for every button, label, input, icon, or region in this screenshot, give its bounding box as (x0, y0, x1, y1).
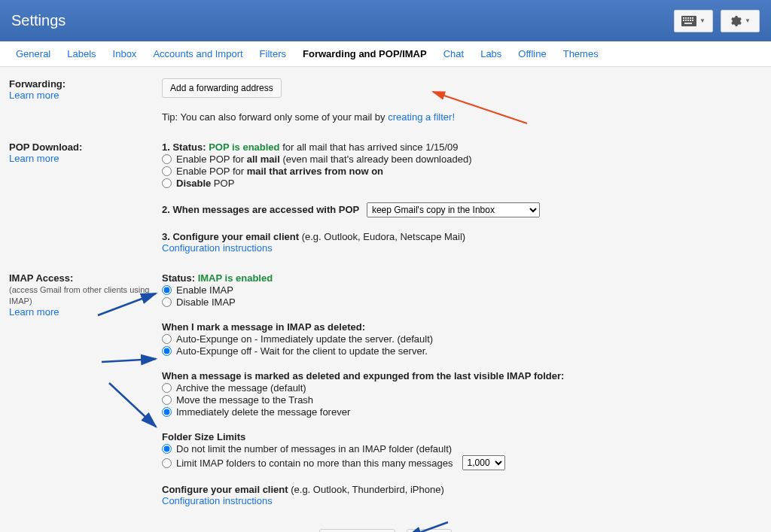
imap-radio-disable[interactable] (162, 297, 172, 307)
folder-limit-select[interactable]: 1,000 (462, 455, 505, 470)
pop-radio-nowon[interactable] (162, 166, 172, 176)
pop-radio-allmail[interactable] (162, 154, 172, 164)
pop-option-disable: Disable POP (162, 178, 762, 189)
header-controls: ▼ ▼ (674, 10, 760, 32)
pop-status-prefix: 1. Status: (162, 141, 209, 153)
gear-icon (730, 15, 742, 27)
pop-section: POP Download: Learn more 1. Status: POP … (9, 141, 762, 254)
folder-radio-nolimit[interactable] (162, 444, 172, 454)
tab-themes[interactable]: Themes (555, 42, 607, 65)
settings-tabs: General Labels Inbox Accounts and Import… (0, 41, 771, 67)
chevron-down-icon: ▼ (745, 17, 751, 24)
expaction-radio-archive[interactable] (162, 383, 172, 393)
pop-option-nowon: Enable POP for mail that arrives from no… (162, 166, 762, 177)
imap-label: IMAP Access: (access Gmail from other cl… (9, 272, 162, 318)
imap-status-value: IMAP is enabled (198, 272, 273, 284)
forwarding-learn-more[interactable]: Learn more (9, 90, 59, 101)
imap-config-link[interactable]: Configuration instructions (162, 495, 273, 506)
tab-labels[interactable]: Labels (59, 42, 104, 65)
pop-label-disable[interactable]: Disable POP (176, 178, 234, 189)
pop-status-line: 1. Status: POP is enabled for all mail t… (162, 141, 762, 153)
input-method-button[interactable]: ▼ (674, 10, 713, 32)
expunge-radio-off[interactable] (162, 346, 172, 356)
pop-label: POP Download: Learn more (9, 141, 162, 164)
imap-heading: IMAP Access: (9, 272, 73, 284)
pop-radio-disable[interactable] (162, 178, 172, 188)
pop-access-block: 2. When messages are accessed with POP k… (162, 202, 762, 217)
pop-access-title: 2. When messages are accessed with POP (162, 204, 359, 215)
svg-rect-5 (692, 17, 693, 19)
pop-status-value: POP is enabled (209, 141, 279, 153)
pop-option-allmail: Enable POP for all mail (even mail that'… (162, 154, 762, 165)
pop-status-suffix: for all mail that has arrived since 1/15… (280, 141, 459, 153)
tab-forwarding[interactable]: Forwarding and POP/IMAP (294, 42, 435, 65)
pop-access-select[interactable]: keep Gmail's copy in the Inbox (367, 202, 540, 217)
folder-radio-limit[interactable] (162, 458, 172, 468)
pop-label-allmail[interactable]: Enable POP for all mail (even mail that'… (176, 154, 472, 165)
tab-accounts[interactable]: Accounts and Import (145, 42, 251, 65)
svg-rect-10 (692, 20, 693, 21)
imap-deleted-title: When I mark a message in IMAP as deleted… (162, 321, 762, 333)
pop-learn-more[interactable]: Learn more (9, 153, 59, 164)
pop-config-title: 3. Configure your email client (162, 231, 299, 242)
imap-deleted-block: When I mark a message in IMAP as deleted… (162, 321, 762, 357)
tab-offline[interactable]: Offline (510, 42, 554, 65)
footer-buttons: Save Changes Cancel (9, 525, 762, 532)
tab-chat[interactable]: Chat (435, 42, 472, 65)
pop-config-suffix: (e.g. Outlook, Eudora, Netscape Mail) (299, 231, 465, 242)
expaction-label-archive[interactable]: Archive the message (default) (176, 382, 306, 394)
page-title: Settings (11, 12, 66, 29)
expaction-label-delete[interactable]: Immediately delete the message forever (176, 406, 350, 418)
imap-config-title: Configure your email client (162, 484, 288, 495)
forwarding-tip-text: Tip: You can also forward only some of y… (162, 111, 388, 123)
imap-status-block: Status: IMAP is enabled Enable IMAP Disa… (162, 272, 762, 308)
imap-expunged-block: When a message is marked as deleted and … (162, 370, 762, 418)
imap-radio-enable[interactable] (162, 285, 172, 295)
svg-rect-3 (687, 17, 689, 19)
folder-label-limit[interactable]: Limit IMAP folders to contain no more th… (176, 458, 453, 469)
imap-config-block: Configure your email client (e.g. Outloo… (162, 484, 762, 506)
add-forwarding-address-button[interactable]: Add a forwarding address (162, 78, 282, 98)
chevron-down-icon: ▼ (699, 17, 705, 24)
settings-content: Forwarding: Learn more Add a forwarding … (0, 67, 771, 532)
expaction-radio-trash[interactable] (162, 395, 172, 405)
tab-labs[interactable]: Labs (472, 42, 510, 65)
header-bar: Settings ▼ ▼ (0, 0, 771, 41)
imap-folder-title: Folder Size Limits (162, 431, 762, 442)
imap-config-suffix: (e.g. Outlook, Thunderbird, iPhone) (288, 484, 444, 495)
expunge-label-on[interactable]: Auto-Expunge on - Immediately update the… (176, 333, 433, 345)
settings-button[interactable]: ▼ (721, 10, 760, 32)
forwarding-label: Forwarding: Learn more (9, 78, 162, 101)
pop-label-nowon[interactable]: Enable POP for mail that arrives from no… (176, 166, 383, 177)
imap-sublabel: (access Gmail from other clients using I… (9, 285, 149, 306)
imap-folder-block: Folder Size Limits Do not limit the numb… (162, 431, 762, 470)
imap-label-disable[interactable]: Disable IMAP (176, 296, 236, 308)
imap-status-prefix: Status: (162, 272, 198, 284)
expaction-radio-delete[interactable] (162, 407, 172, 417)
imap-label-enable[interactable]: Enable IMAP (176, 284, 233, 296)
expaction-label-trash[interactable]: Move the message to the Trash (176, 394, 313, 406)
keyboard-icon (681, 16, 696, 26)
forwarding-section: Forwarding: Learn more Add a forwarding … (9, 78, 762, 123)
pop-config-block: 3. Configure your email client (e.g. Out… (162, 231, 762, 254)
svg-rect-7 (685, 20, 687, 21)
forwarding-tip: Tip: You can also forward only some of y… (162, 111, 762, 123)
imap-section: IMAP Access: (access Gmail from other cl… (9, 272, 762, 506)
svg-rect-11 (684, 23, 692, 24)
create-filter-link[interactable]: creating a filter! (388, 111, 455, 123)
tab-general[interactable]: General (8, 42, 59, 65)
save-changes-button[interactable]: Save Changes (319, 529, 395, 532)
expunge-radio-on[interactable] (162, 334, 172, 344)
expunge-label-off[interactable]: Auto-Expunge off - Wait for the client t… (176, 345, 428, 357)
svg-rect-1 (683, 17, 684, 19)
svg-rect-8 (687, 20, 689, 21)
tab-filters[interactable]: Filters (251, 42, 294, 65)
svg-rect-9 (690, 20, 691, 21)
pop-config-link[interactable]: Configuration instructions (162, 242, 273, 254)
cancel-button[interactable]: Cancel (407, 529, 451, 532)
tab-inbox[interactable]: Inbox (105, 42, 145, 65)
imap-expunged-title: When a message is marked as deleted and … (162, 370, 762, 382)
folder-label-nolimit[interactable]: Do not limit the number of messages in a… (176, 443, 452, 454)
svg-rect-2 (685, 17, 687, 19)
imap-learn-more[interactable]: Learn more (9, 306, 59, 318)
